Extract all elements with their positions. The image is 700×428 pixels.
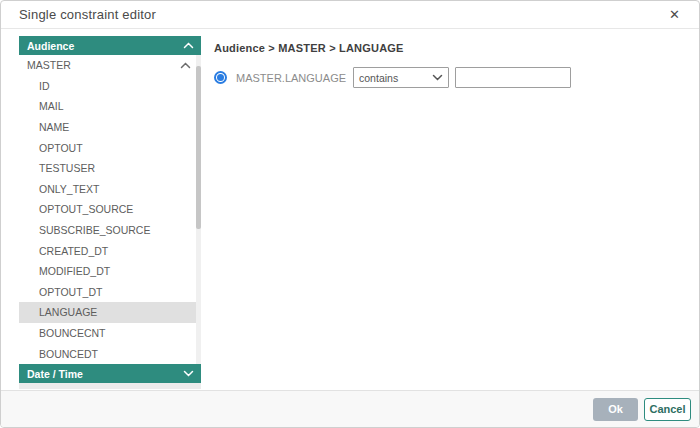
field-item[interactable]: BOUNCEDT	[19, 343, 201, 364]
field-item[interactable]: BOUNCECNT	[19, 323, 201, 344]
ok-button[interactable]: Ok	[593, 398, 638, 421]
field-item-label: MODIFIED_DT	[39, 265, 110, 277]
chevron-down-icon	[183, 370, 194, 377]
constraint-radio[interactable]	[214, 71, 227, 84]
operator-select-value: contains	[359, 72, 398, 84]
field-item[interactable]: MAIL	[19, 96, 201, 117]
field-item-label: ID	[39, 80, 50, 92]
field-item[interactable]: OPTOUT_SOURCE	[19, 199, 201, 220]
field-tree-panel: Audience MASTER ID MAIL NAME OPTOUT TEST…	[19, 36, 201, 389]
scrollbar-track[interactable]	[196, 55, 201, 364]
close-icon[interactable]: ✕	[666, 6, 683, 23]
field-item-label: BOUNCECNT	[39, 327, 106, 339]
constraint-row: MASTER.LANGUAGE contains	[214, 67, 699, 88]
field-item-label: MASTER	[27, 59, 71, 71]
field-item-label: MAIL	[39, 100, 64, 112]
group-header-date-time[interactable]: Date / Time	[19, 364, 201, 383]
single-constraint-editor-dialog: Single constraint editor ✕ Audience MAST…	[0, 0, 700, 428]
group-header-audience[interactable]: Audience	[19, 36, 201, 55]
chevron-up-icon[interactable]	[180, 62, 191, 69]
breadcrumb: Audience > MASTER > LANGUAGE	[214, 42, 699, 54]
scrollbar-thumb[interactable]	[196, 66, 201, 229]
group-header-audience-label: Audience	[27, 40, 74, 52]
field-item-label: OPTOUT_SOURCE	[39, 203, 133, 215]
group-header-date-time-label: Date / Time	[27, 368, 83, 380]
constraint-editor-area: Audience > MASTER > LANGUAGE MASTER.LANG…	[214, 36, 699, 389]
dialog-title: Single constraint editor	[19, 7, 156, 22]
field-item[interactable]: LANGUAGE	[19, 302, 201, 323]
field-item[interactable]: MASTER	[19, 55, 201, 76]
partially-visible-group	[19, 383, 201, 389]
field-item-label: NAME	[39, 121, 69, 133]
field-item-label: OPTOUT	[39, 142, 83, 154]
field-item-label: OPTOUT_DT	[39, 286, 102, 298]
field-item[interactable]: SUBSCRIBE_SOURCE	[19, 220, 201, 241]
dialog-header: Single constraint editor ✕	[1, 1, 699, 29]
field-item[interactable]: ID	[19, 76, 201, 97]
cancel-button[interactable]: Cancel	[644, 398, 691, 421]
field-item[interactable]: OPTOUT	[19, 137, 201, 158]
chevron-up-icon	[183, 42, 194, 49]
field-item[interactable]: TESTUSER	[19, 158, 201, 179]
field-item[interactable]: OPTOUT_DT	[19, 282, 201, 303]
field-item[interactable]: ONLY_TEXT	[19, 179, 201, 200]
operator-select[interactable]: contains	[353, 67, 449, 88]
constraint-value-input[interactable]	[455, 67, 571, 88]
field-item[interactable]: CREATED_DT	[19, 240, 201, 261]
dialog-footer: Ok Cancel	[1, 390, 699, 427]
field-item-label: TESTUSER	[39, 162, 95, 174]
field-item[interactable]: NAME	[19, 117, 201, 138]
field-item-label: LANGUAGE	[39, 306, 97, 318]
field-item[interactable]: MODIFIED_DT	[19, 261, 201, 282]
constraint-field-label: MASTER.LANGUAGE	[236, 72, 346, 84]
field-item-label: BOUNCEDT	[39, 348, 98, 360]
field-item-label: CREATED_DT	[39, 245, 108, 257]
field-item-label: ONLY_TEXT	[39, 183, 100, 195]
field-list: MASTER ID MAIL NAME OPTOUT TESTUSER ONLY…	[19, 55, 201, 364]
chevron-down-icon	[432, 74, 443, 81]
field-item-label: SUBSCRIBE_SOURCE	[39, 224, 150, 236]
